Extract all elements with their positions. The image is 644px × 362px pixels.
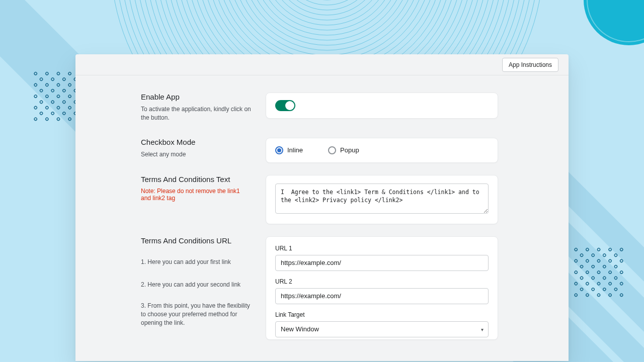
svg-point-42 xyxy=(56,72,60,75)
terms-url-help-2: 2. Here you can add your second link xyxy=(141,281,252,289)
link-target-label: Link Target xyxy=(275,311,489,318)
section-terms-text: Terms And Conditions Text Note: Please d… xyxy=(141,175,498,224)
svg-point-49 xyxy=(56,83,60,86)
svg-point-69 xyxy=(68,117,71,121)
svg-point-87 xyxy=(620,270,623,274)
svg-point-75 xyxy=(34,106,37,109)
svg-point-3 xyxy=(282,0,372,5)
svg-point-13 xyxy=(231,0,423,55)
svg-point-39 xyxy=(68,72,71,75)
svg-point-77 xyxy=(45,117,49,121)
svg-point-111 xyxy=(574,270,578,274)
svg-point-101 xyxy=(608,282,612,285)
app-instructions-button[interactable]: App Instructions xyxy=(502,58,558,72)
svg-point-109 xyxy=(603,288,606,291)
enable-app-desc: To activate the application, kindly clic… xyxy=(141,105,252,123)
svg-point-65 xyxy=(45,95,49,98)
svg-point-50 xyxy=(62,89,66,93)
svg-point-119 xyxy=(574,293,578,297)
svg-point-93 xyxy=(614,276,617,280)
radio-dot-icon xyxy=(275,146,283,154)
svg-point-86 xyxy=(614,265,617,268)
terms-text-title: Terms And Conditions Text xyxy=(141,175,252,184)
svg-point-11 xyxy=(242,0,413,45)
svg-point-91 xyxy=(603,265,606,268)
svg-point-66 xyxy=(51,100,54,104)
svg-point-110 xyxy=(608,293,612,297)
terms-url-help-1: 1. Here you can add your first link xyxy=(141,258,252,266)
svg-point-68 xyxy=(62,112,66,115)
settings-panel: App Instructions Enable App To activate … xyxy=(75,54,569,361)
svg-point-108 xyxy=(597,282,600,285)
svg-point-81 xyxy=(614,253,617,257)
svg-point-82 xyxy=(620,259,623,262)
section-terms-url: Terms And Conditions URL 1. Here you can… xyxy=(141,236,498,340)
terms-text-textarea[interactable] xyxy=(275,184,489,214)
enable-app-toggle[interactable] xyxy=(275,100,295,111)
toggle-knob xyxy=(285,101,294,110)
svg-point-80 xyxy=(608,248,612,251)
panel-header: App Instructions xyxy=(75,54,569,75)
section-checkbox-mode: Checkbox Mode Select any mode Inline Pop… xyxy=(141,138,498,163)
svg-point-79 xyxy=(620,248,623,251)
link-target-select[interactable]: New Window xyxy=(275,321,489,337)
svg-point-58 xyxy=(56,95,60,98)
url2-input[interactable] xyxy=(275,288,489,304)
svg-point-44 xyxy=(68,83,71,86)
svg-point-98 xyxy=(591,265,595,268)
svg-point-47 xyxy=(45,72,49,75)
svg-point-114 xyxy=(591,288,595,291)
svg-point-96 xyxy=(580,253,583,257)
svg-point-64 xyxy=(39,89,43,93)
checkbox-mode-title: Checkbox Mode xyxy=(141,138,252,146)
svg-point-60 xyxy=(68,106,71,109)
svg-point-78 xyxy=(34,117,37,121)
svg-point-43 xyxy=(62,77,66,81)
radio-inline-label: Inline xyxy=(287,146,303,154)
svg-point-73 xyxy=(51,112,54,115)
radio-popup[interactable]: Popup xyxy=(328,146,359,154)
svg-point-89 xyxy=(591,253,595,257)
checkbox-mode-desc: Select any mode xyxy=(141,150,252,159)
svg-point-106 xyxy=(586,270,589,274)
svg-point-112 xyxy=(580,276,583,280)
terms-text-note: Note: Please do not remove the link1 and… xyxy=(141,188,252,202)
svg-point-92 xyxy=(608,270,612,274)
svg-point-54 xyxy=(34,72,37,75)
svg-point-107 xyxy=(591,276,595,280)
svg-point-99 xyxy=(597,270,600,274)
svg-point-5 xyxy=(272,0,382,15)
section-enable-app: Enable App To activate the application, … xyxy=(141,93,498,126)
radio-inline[interactable]: Inline xyxy=(275,146,303,154)
svg-point-97 xyxy=(586,259,589,262)
svg-point-71 xyxy=(39,100,43,104)
checkbox-mode-radiogroup: Inline Popup xyxy=(275,146,489,154)
terms-text-note-text: Please do not remove the link1 and link2… xyxy=(141,188,240,202)
svg-point-72 xyxy=(45,106,49,109)
svg-point-74 xyxy=(56,117,60,121)
svg-point-103 xyxy=(620,293,623,297)
svg-point-76 xyxy=(39,112,43,115)
svg-point-51 xyxy=(68,95,71,98)
svg-point-113 xyxy=(586,282,589,285)
svg-point-85 xyxy=(608,259,612,262)
svg-point-7 xyxy=(262,0,392,25)
terms-url-help-3: 3. From this point, you have the flexibi… xyxy=(141,302,252,328)
radio-popup-label: Popup xyxy=(340,146,359,154)
svg-point-57 xyxy=(51,89,54,93)
svg-point-88 xyxy=(586,248,589,251)
svg-point-56 xyxy=(45,83,49,86)
svg-point-67 xyxy=(56,106,60,109)
svg-point-117 xyxy=(580,288,583,291)
panel-body: Enable App To activate the application, … xyxy=(75,75,569,361)
svg-point-55 xyxy=(39,77,43,81)
svg-point-90 xyxy=(597,259,600,262)
svg-point-115 xyxy=(597,293,600,297)
url1-input[interactable] xyxy=(275,255,489,271)
url2-label: URL 2 xyxy=(275,278,489,285)
svg-point-59 xyxy=(62,100,66,104)
enable-app-title: Enable App xyxy=(141,93,252,101)
radio-dot-icon xyxy=(328,146,336,154)
svg-point-118 xyxy=(586,293,589,297)
svg-point-102 xyxy=(614,288,617,291)
